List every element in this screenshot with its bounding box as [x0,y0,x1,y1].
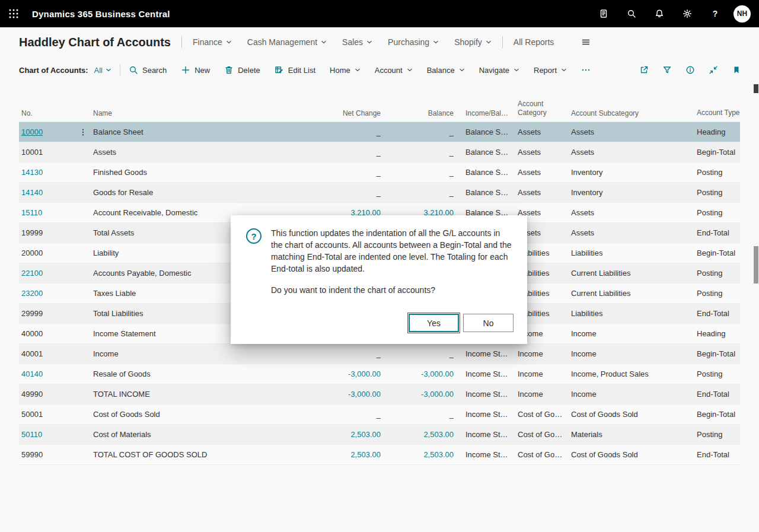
account-no-link[interactable]: 40140 [21,369,43,378]
scrollbar-up-button[interactable] [754,84,758,93]
cell-account-subcategory: Liabilities [571,309,697,318]
table-row[interactable]: 49990TOTAL INCOME-3,000.00-3,000.00Incom… [19,384,740,404]
cell-account-type: Posting [697,188,740,197]
cell-no: 15110 [19,208,93,217]
nav-more-icon[interactable] [581,37,591,47]
nav-item-shopify[interactable]: Shopify [454,37,492,47]
app-launcher-button[interactable] [0,0,27,27]
table-header-row: No. Name Net Change Balance Income/Balan… [19,96,740,122]
cell-account-category: Cost of Goods Sold [518,410,571,419]
table-row[interactable]: 50001Cost of Goods Sold__Income Statemen… [19,404,740,425]
cell-name: Income Statement [93,329,238,338]
cell-no: 50001 [19,410,93,419]
table-row[interactable]: 40001Income__Income StatementIncomeIncom… [19,344,740,364]
table-row[interactable]: 50110Cost of Materials2,503.002,503.00In… [19,425,740,445]
cell-account-type: Begin-Total [697,410,740,419]
new-action[interactable]: New [181,65,210,75]
more-action[interactable] [581,65,591,75]
search-action[interactable]: Search [129,65,167,75]
yes-button[interactable]: Yes [409,314,459,332]
question-icon: ? [246,228,261,244]
account-no-link[interactable]: 22100 [21,269,43,278]
toolbar-right-icons [639,65,741,75]
account-no-link[interactable]: 15110 [21,208,42,217]
column-header-no[interactable]: No. [19,109,93,122]
search-button[interactable] [617,0,645,27]
cell-account-category: Cost of Goods Sold [518,430,571,439]
no-button[interactable]: No [463,314,514,332]
column-header-account-category[interactable]: Account Category [518,100,571,122]
table-row[interactable]: 14130Finished Goods__Balance SheetAssets… [19,163,740,183]
scrollbar-thumb[interactable] [754,246,758,283]
account-no-link[interactable]: 23200 [21,289,43,298]
info-icon[interactable] [685,65,695,75]
divider [120,65,120,75]
cell-net-change[interactable]: -3,000.00 [238,369,381,378]
column-header-account-subcategory[interactable]: Account Subcategory [571,109,697,122]
help-button[interactable]: ? [701,0,729,27]
filter-icon[interactable] [662,65,672,75]
account-no-link[interactable]: 14140 [21,188,43,197]
cell-no: 29999 [19,309,93,318]
table-row[interactable]: 40140Resale of Goods-3,000.00-3,000.00In… [19,364,740,384]
account-no-link[interactable]: 14130 [21,168,43,177]
view-filter-dropdown[interactable]: All [94,66,111,75]
chevron-down-icon [226,39,232,45]
nav-item-purchasing[interactable]: Purchasing [388,37,439,47]
search-label: Search [142,66,167,75]
bookmark-icon[interactable] [732,65,741,75]
dialog-question: Do you want to indent the chart of accou… [271,284,512,296]
column-header-name[interactable]: Name [93,109,238,122]
avatar[interactable]: NH [734,5,751,23]
cell-balance[interactable]: -3,000.00 [381,390,454,399]
cell-balance[interactable]: 2,503.00 [381,450,454,459]
page-header: Haddley Chart of Accounts FinanceCash Ma… [0,27,759,57]
cell-name: Accounts Payable, Domestic [93,269,238,278]
cell-no: 49990 [19,390,93,399]
row-menu-icon[interactable] [79,128,87,136]
share-icon[interactable] [639,65,649,75]
column-header-account-type[interactable]: Account Type [697,109,740,122]
chevron-down-icon [407,67,413,73]
cell-name: Total Assets [93,228,238,237]
cell-income-balance: Balance Sheet [454,148,518,157]
account-no-link[interactable]: 50110 [21,430,42,439]
cell-balance[interactable]: 2,503.00 [381,430,454,439]
cell-account-subcategory: Current Liabilities [571,289,697,298]
navigate-action[interactable]: Navigate [479,66,519,75]
column-header-balance[interactable]: Balance [381,109,454,122]
cell-net-change[interactable]: 2,503.00 [238,430,381,439]
table-row[interactable]: 14140Goods for Resale__Balance SheetAsse… [19,183,740,203]
report-button[interactable] [589,0,617,27]
nav-item-sales[interactable]: Sales [342,37,372,47]
balance-action[interactable]: Balance [427,66,465,75]
column-header-income-balance[interactable]: Income/Balance [454,109,518,122]
cell-net-change[interactable]: 2,503.00 [238,450,381,459]
cell-account-category: Assets [518,148,571,157]
nav-item-all-reports[interactable]: All Reports [514,37,554,47]
table-row[interactable]: 59990TOTAL COST OF GOODS SOLD2,503.002,5… [19,445,740,465]
cell-balance[interactable]: -3,000.00 [381,369,454,378]
account-action[interactable]: Account [375,66,413,75]
table-row[interactable]: 10001Assets__Balance SheetAssetsAssetsBe… [19,142,740,163]
bell-button[interactable] [645,0,673,27]
cell-name: Cost of Goods Sold [93,410,238,419]
cell-name: Goods for Resale [93,188,238,197]
account-no-link[interactable]: 10000 [21,128,43,136]
column-header-net-change[interactable]: Net Change [238,109,381,122]
cell-no: 50110 [19,430,93,439]
report-action[interactable]: Report [534,66,567,75]
delete-action[interactable]: Delete [224,65,260,75]
nav-item-finance[interactable]: Finance [193,37,232,47]
cell-income-balance: Balance Sheet [454,188,518,197]
edit-list-action[interactable]: Edit List [275,65,315,75]
cell-net-change[interactable]: -3,000.00 [238,390,381,399]
table-row[interactable]: 10000Balance Sheet__Balance SheetAssetsA… [19,122,740,142]
home-action[interactable]: Home [330,66,361,75]
cell-account-type: Heading [697,329,740,338]
cell-account-type: Posting [697,430,740,439]
cell-balance: _ [381,168,454,177]
gear-button[interactable] [673,0,701,27]
nav-item-cash-management[interactable]: Cash Management [247,37,327,47]
collapse-icon[interactable] [709,65,718,75]
